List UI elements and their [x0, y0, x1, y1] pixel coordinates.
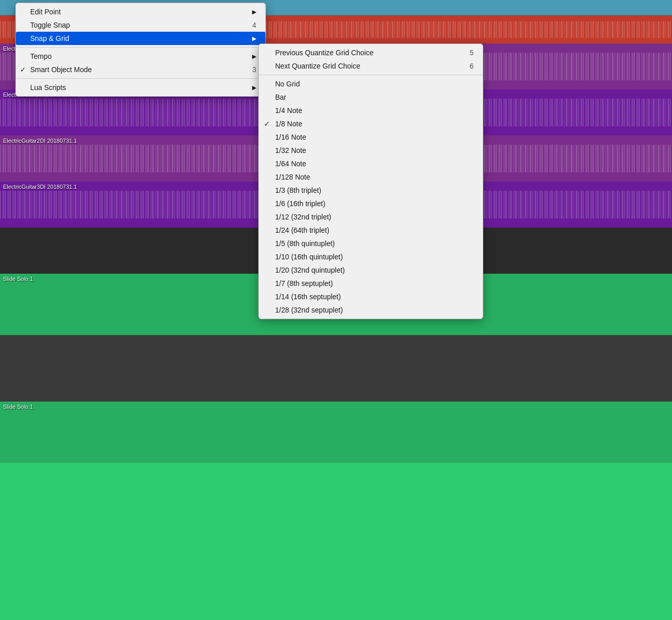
menu-separator-1	[16, 47, 265, 48]
sub-menu-1-28-septuplet[interactable]: 1/28 (32nd septuplet)	[259, 303, 483, 317]
sub-menu-64th-note[interactable]: 1/64 Note	[259, 157, 483, 170]
menu-item-lua-scripts[interactable]: Lua Scripts ▶	[16, 81, 265, 94]
sub-menu-1-20-quintuplet[interactable]: 1/20 (32nd quintuplet)	[259, 263, 483, 277]
sub-menu-prev-quantize[interactable]: Previous Quantize Grid Choice 5	[259, 46, 483, 59]
1-12-triplet-label: 1/12 (32nd triplet)	[275, 213, 331, 221]
sub-menu-1-5-quintuplet[interactable]: 1/5 (8th quintuplet)	[259, 237, 483, 250]
no-grid-label: No Grid	[275, 80, 300, 88]
smart-object-label: Smart Object Mode	[30, 65, 92, 74]
sub-menu-128th-note[interactable]: 1/128 Note	[259, 170, 483, 184]
16th-note-label: 1/16 Note	[275, 133, 306, 141]
track-dark	[0, 335, 672, 402]
prev-quantize-label: Previous Quantize Grid Choice	[275, 49, 373, 57]
prev-quantize-shortcut: 5	[469, 49, 474, 57]
128th-note-label: 1/128 Note	[275, 173, 310, 181]
smart-object-shortcut: 3	[252, 65, 256, 74]
toggle-snap-shortcut: 4	[252, 21, 256, 29]
1-14-septuplet-label: 1/14 (16th septuplet)	[275, 293, 341, 301]
1-7-septuplet-label: 1/7 (8th septuplet)	[275, 279, 333, 287]
track-green-3	[0, 463, 672, 620]
track-name-3: ElectricGuitar2DI 20180731.1	[3, 138, 77, 144]
sub-menu-1-7-septuplet[interactable]: 1/7 (8th septuplet)	[259, 277, 483, 290]
toggle-snap-label: Toggle Snap	[30, 21, 70, 29]
1-24-triplet-label: 1/24 (64th triplet)	[275, 226, 329, 234]
menu-item-tempo[interactable]: Tempo ▶	[16, 50, 265, 63]
track-name-6: Slide Solo.1	[3, 404, 33, 410]
sub-menu-next-quantize[interactable]: Next Quantize Grid Choice 6	[259, 59, 483, 73]
sub-menu-eighth-note[interactable]: ✓ 1/8 Note	[259, 117, 483, 130]
1-5-quintuplet-label: 1/5 (8th quintuplet)	[275, 239, 335, 248]
sub-menu-1-6-triplet[interactable]: 1/6 (16th triplet)	[259, 197, 483, 210]
1-3-triplet-label: 1/3 (8th triplet)	[275, 186, 321, 194]
menu-separator-2	[16, 78, 265, 79]
edit-point-arrow: ▶	[252, 9, 256, 15]
eighth-note-label: 1/8 Note	[275, 120, 302, 128]
smart-object-check: ✓	[20, 65, 26, 74]
1-28-septuplet-label: 1/28 (32nd septuplet)	[275, 306, 343, 314]
menu-item-snap-grid[interactable]: Snap & Grid ▶	[16, 32, 265, 45]
eighth-note-check: ✓	[264, 120, 270, 128]
1-6-triplet-label: 1/6 (16th triplet)	[275, 200, 325, 208]
lua-scripts-label: Lua Scripts	[30, 83, 66, 92]
sub-menu-1-14-septuplet[interactable]: 1/14 (16th septuplet)	[259, 290, 483, 303]
sub-menu-1-24-triplet[interactable]: 1/24 (64th triplet)	[259, 224, 483, 237]
1-10-quintuplet-label: 1/10 (16th quintuplet)	[275, 253, 343, 261]
snap-grid-label: Snap & Grid	[30, 34, 69, 42]
quarter-note-label: 1/4 Note	[275, 106, 302, 115]
menu-item-edit-point[interactable]: Edit Point ▶	[16, 5, 265, 18]
tempo-arrow: ▶	[252, 53, 256, 60]
next-quantize-shortcut: 6	[469, 62, 474, 70]
context-menu-main: Edit Point ▶ Toggle Snap 4 Snap & Grid ▶…	[15, 3, 266, 97]
sub-menu-32nd-note[interactable]: 1/32 Note	[259, 144, 483, 157]
sub-separator-1	[259, 75, 483, 75]
sub-menu-1-3-triplet[interactable]: 1/3 (8th triplet)	[259, 184, 483, 197]
sub-menu-1-10-quintuplet[interactable]: 1/10 (16th quintuplet)	[259, 250, 483, 263]
context-menu-sub: Previous Quantize Grid Choice 5 Next Qua…	[258, 43, 483, 319]
bar-label: Bar	[275, 93, 286, 101]
track-name-4: ElectricGuitar3DI 20180731.1	[3, 184, 77, 190]
menu-item-smart-object-mode[interactable]: ✓ Smart Object Mode 3	[16, 63, 265, 76]
menu-item-toggle-snap[interactable]: Toggle Snap 4	[16, 18, 265, 32]
sub-menu-16th-note[interactable]: 1/16 Note	[259, 130, 483, 144]
edit-point-label: Edit Point	[30, 8, 61, 16]
32nd-note-label: 1/32 Note	[275, 146, 306, 154]
track-name-5: Slide Solo.1	[3, 276, 33, 282]
64th-note-label: 1/64 Note	[275, 160, 306, 168]
track-green-2: Slide Solo.1	[0, 402, 672, 463]
1-20-quintuplet-label: 1/20 (32nd quintuplet)	[275, 266, 345, 274]
next-quantize-label: Next Quantize Grid Choice	[275, 62, 361, 70]
sub-menu-quarter-note[interactable]: 1/4 Note	[259, 104, 483, 117]
sub-menu-1-12-triplet[interactable]: 1/12 (32nd triplet)	[259, 210, 483, 224]
lua-scripts-arrow: ▶	[252, 84, 256, 91]
snap-grid-arrow: ▶	[252, 35, 256, 42]
sub-menu-bar[interactable]: Bar	[259, 91, 483, 104]
tempo-label: Tempo	[30, 52, 52, 60]
sub-menu-no-grid[interactable]: No Grid	[259, 77, 483, 91]
